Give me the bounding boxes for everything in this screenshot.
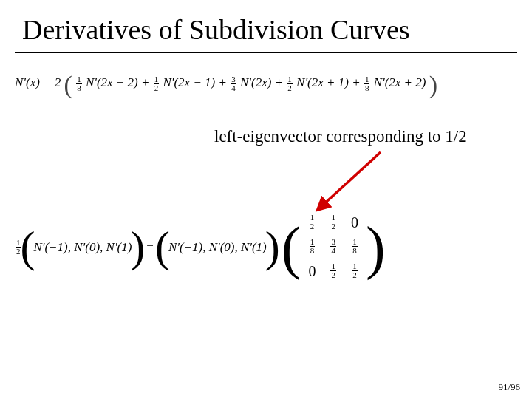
eq1-term-3: N'(2x + 1) bbox=[296, 75, 349, 89]
eq1-term-2: N'(2x) bbox=[240, 75, 271, 89]
matrix-row: 12 12 0 bbox=[301, 211, 366, 235]
close-paren-icon: ) bbox=[429, 71, 437, 98]
matrix-cell: 12 bbox=[330, 262, 336, 279]
matrix-cell: 12 bbox=[352, 262, 358, 279]
matrix-cell: 0 bbox=[351, 214, 358, 231]
eq1-term-1: N'(2x − 1) bbox=[163, 75, 215, 89]
matrix-cell: 12 bbox=[330, 214, 336, 231]
subdivision-matrix: ( 12 12 0 18 34 18 0 12 12 ) bbox=[282, 211, 386, 284]
eq1-coef-4: 18 bbox=[364, 75, 370, 92]
plus-icon: + bbox=[141, 75, 153, 89]
eq1-coef-2: 34 bbox=[231, 75, 236, 92]
matrix-cell: 18 bbox=[352, 238, 358, 255]
matrix-row: 18 34 18 bbox=[301, 235, 366, 259]
eq1-term-0: N'(2x − 2) bbox=[86, 75, 138, 89]
eq1-coef-3: 12 bbox=[287, 75, 293, 92]
matrix-open-paren-icon: ( bbox=[282, 218, 301, 277]
eq1-coef-0: 18 bbox=[76, 75, 82, 92]
close-paren-icon: ) bbox=[265, 222, 280, 273]
svg-line-0 bbox=[319, 152, 381, 208]
plus-icon: + bbox=[219, 75, 231, 89]
eq1-coef-1: 12 bbox=[154, 75, 160, 92]
eq1-lhs: N'(x) = 2 bbox=[15, 75, 61, 89]
close-paren-icon: ) bbox=[130, 222, 145, 273]
title-rule bbox=[15, 52, 517, 53]
page-number: 91/96 bbox=[498, 381, 520, 393]
matrix-cell: 34 bbox=[330, 238, 336, 255]
open-paren-icon: ( bbox=[155, 222, 170, 273]
eq1-term-4: N'(2x + 2) bbox=[374, 75, 426, 89]
matrix-body: 12 12 0 18 34 18 0 12 12 bbox=[301, 211, 366, 284]
matrix-cell: 12 bbox=[310, 214, 316, 231]
plus-icon: + bbox=[275, 75, 287, 89]
eq2-lhs-vector: N'(−1), N'(0), N'(1) bbox=[33, 240, 132, 255]
plus-icon: + bbox=[352, 75, 364, 89]
matrix-cell: 0 bbox=[308, 263, 316, 279]
eigenvector-caption: left-eigenvector corresponding to 1/2 bbox=[214, 127, 467, 146]
open-paren-icon: ( bbox=[64, 71, 72, 98]
matrix-cell: 18 bbox=[310, 238, 316, 255]
equals-icon: = bbox=[146, 240, 154, 255]
equation-derivative-expansion: N'(x) = 2 ( 18 N'(2x − 2) + 12 N'(2x − 1… bbox=[15, 71, 437, 99]
matrix-row: 0 12 12 bbox=[301, 259, 366, 284]
page-title: Derivatives of Subdivision Curves bbox=[22, 13, 410, 46]
equation-eigenvector: 12 ( N'(−1), N'(0), N'(1) ) = ( N'(−1), … bbox=[15, 211, 386, 284]
eq2-rhs-vector: N'(−1), N'(0), N'(1) bbox=[168, 240, 267, 255]
matrix-close-paren-icon: ) bbox=[366, 218, 386, 277]
